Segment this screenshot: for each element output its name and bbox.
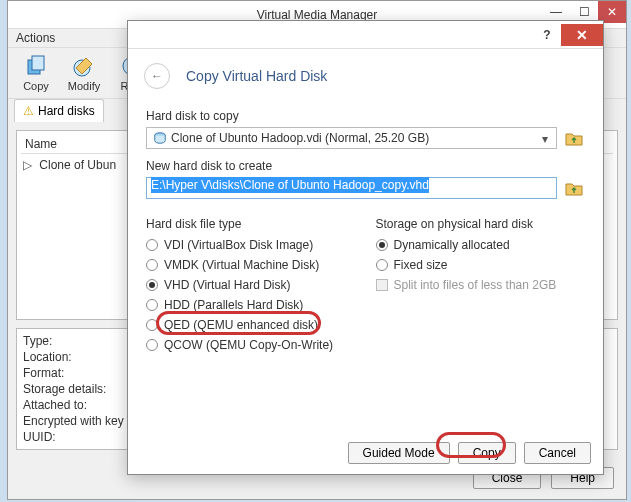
- destination-path-input[interactable]: E:\Hyper V\disks\Clone of Ubunto Hadoop_…: [146, 177, 557, 199]
- folder-up-icon: [565, 180, 583, 196]
- radio-icon: [376, 259, 388, 271]
- options-row: Hard disk file type VDI (VirtualBox Disk…: [146, 207, 585, 355]
- expand-icon[interactable]: ▷: [23, 158, 32, 172]
- row-new-disk: E:\Hyper V\disks\Clone of Ubunto Hadoop_…: [146, 177, 585, 199]
- label-file-type: Hard disk file type: [146, 217, 356, 231]
- guided-mode-button[interactable]: Guided Mode: [348, 442, 450, 464]
- radio-fixed[interactable]: Fixed size: [376, 255, 586, 275]
- row-disk-to-copy: Clone of Ubunto Hadoop.vdi (Normal, 25.2…: [146, 127, 585, 149]
- disk-icon: [153, 131, 167, 145]
- wizard-body: Hard disk to copy Clone of Ubunto Hadoop…: [128, 109, 603, 355]
- label-new-disk: New hard disk to create: [146, 159, 585, 173]
- copy-button[interactable]: Copy: [458, 442, 516, 464]
- tab-label: Hard disks: [38, 104, 95, 118]
- check-split-label: Split into files of less than 2GB: [394, 278, 557, 292]
- file-type-group: Hard disk file type VDI (VirtualBox Disk…: [146, 207, 356, 355]
- toolbar-modify-label: Modify: [68, 80, 100, 92]
- toolbar-copy[interactable]: Copy: [16, 52, 56, 94]
- source-disk-value: Clone of Ubunto Hadoop.vdi (Normal, 25.2…: [171, 131, 429, 145]
- menu-actions[interactable]: Actions: [16, 31, 55, 45]
- radio-icon: [146, 239, 158, 251]
- dialog-titlebar: ? ✕: [128, 21, 603, 49]
- svg-rect-1: [32, 56, 44, 70]
- browse-destination-button[interactable]: [563, 177, 585, 199]
- modify-icon: [72, 54, 96, 78]
- toolbar-copy-label: Copy: [23, 80, 49, 92]
- radio-qed[interactable]: QED (QEMU enhanced disk): [146, 315, 356, 335]
- folder-up-icon: [565, 130, 583, 146]
- storage-group: Storage on physical hard disk Dynamicall…: [376, 207, 586, 355]
- browse-source-button[interactable]: [563, 127, 585, 149]
- back-arrow-icon: ←: [151, 69, 163, 83]
- radio-icon: [376, 239, 388, 251]
- radio-qcow[interactable]: QCOW (QEMU Copy-On-Write): [146, 335, 356, 355]
- radio-vdi-label: VDI (VirtualBox Disk Image): [164, 238, 313, 252]
- radio-qed-label: QED (QEMU enhanced disk): [164, 318, 318, 332]
- back-button[interactable]: ←: [144, 63, 170, 89]
- wizard-title: Copy Virtual Hard Disk: [186, 68, 327, 84]
- cancel-button[interactable]: Cancel: [524, 442, 591, 464]
- help-button[interactable]: ?: [533, 24, 561, 46]
- radio-icon: [146, 339, 158, 351]
- radio-qcow-label: QCOW (QEMU Copy-On-Write): [164, 338, 333, 352]
- radio-vdi[interactable]: VDI (VirtualBox Disk Image): [146, 235, 356, 255]
- radio-dynamic[interactable]: Dynamically allocated: [376, 235, 586, 255]
- radio-vhd-label: VHD (Virtual Hard Disk): [164, 278, 290, 292]
- radio-fixed-label: Fixed size: [394, 258, 448, 272]
- wizard-button-row: Guided Mode Copy Cancel: [348, 442, 591, 464]
- radio-hdd-label: HDD (Parallels Hard Disk): [164, 298, 303, 312]
- source-disk-dropdown[interactable]: Clone of Ubunto Hadoop.vdi (Normal, 25.2…: [146, 127, 557, 149]
- warning-icon: ⚠: [23, 104, 34, 118]
- label-disk-to-copy: Hard disk to copy: [146, 109, 585, 123]
- radio-icon: [146, 259, 158, 271]
- check-split: Split into files of less than 2GB: [376, 275, 586, 295]
- radio-vhd[interactable]: VHD (Virtual Hard Disk): [146, 275, 356, 295]
- radio-vmdk-label: VMDK (Virtual Machine Disk): [164, 258, 319, 272]
- radio-hdd[interactable]: HDD (Parallels Hard Disk): [146, 295, 356, 315]
- close-button[interactable]: ✕: [561, 24, 603, 46]
- tree-item-label: Clone of Ubun: [39, 158, 116, 172]
- radio-icon: [146, 319, 158, 331]
- checkbox-icon: [376, 279, 388, 291]
- toolbar-modify[interactable]: Modify: [64, 52, 104, 94]
- label-storage: Storage on physical hard disk: [376, 217, 586, 231]
- radio-vmdk[interactable]: VMDK (Virtual Machine Disk): [146, 255, 356, 275]
- copy-icon: [24, 54, 48, 78]
- destination-path-value: E:\Hyper V\disks\Clone of Ubunto Hadoop_…: [151, 177, 429, 193]
- radio-dynamic-label: Dynamically allocated: [394, 238, 510, 252]
- radio-icon: [146, 279, 158, 291]
- copy-wizard-dialog: ? ✕ ← Copy Virtual Hard Disk Hard disk t…: [127, 20, 604, 475]
- tab-hard-disks[interactable]: ⚠ Hard disks: [14, 99, 104, 122]
- wizard-header: ← Copy Virtual Hard Disk: [128, 49, 603, 99]
- chevron-down-icon: ▾: [538, 132, 552, 146]
- radio-icon: [146, 299, 158, 311]
